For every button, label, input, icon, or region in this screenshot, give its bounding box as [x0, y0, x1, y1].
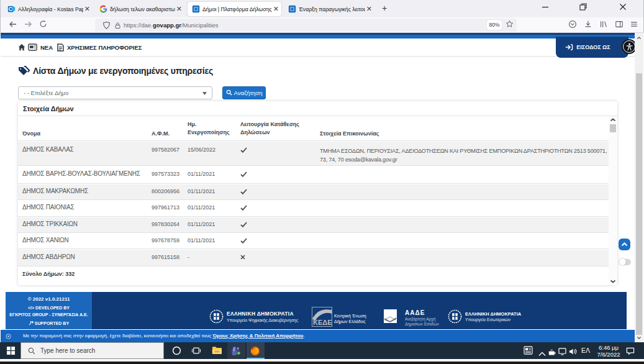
svg-text:ΚΕΔΕ: ΚΕΔΕ — [313, 319, 332, 326]
svg-text:T: T — [233, 349, 235, 352]
